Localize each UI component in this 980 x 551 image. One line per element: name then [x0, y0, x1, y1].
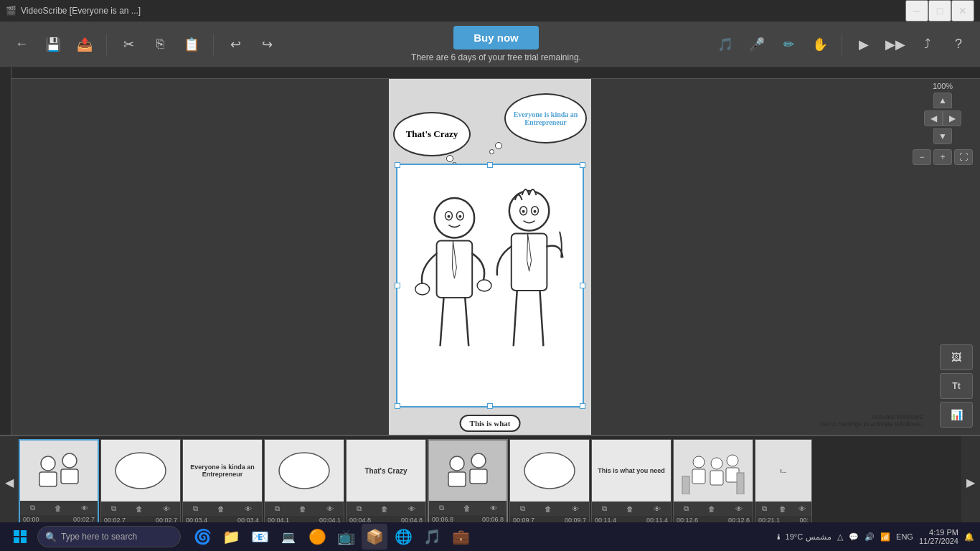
slide-delete-btn-8[interactable]: 🗑 [626, 505, 633, 513]
maximize-button[interactable]: □ [928, 0, 951, 22]
slide-eye-btn-10[interactable]: 👁 [798, 505, 806, 513]
slide-item-8[interactable]: This is what you need ⧉ 🗑 👁 00:11.400:11… [591, 439, 672, 525]
share-button[interactable]: ⤴ [914, 32, 940, 57]
minimize-button[interactable]: ─ [905, 0, 928, 22]
slide-item-9[interactable]: ⧉ 🗑 👁 00:12.600:12.6 [673, 439, 753, 525]
slide-duplicate-btn-8[interactable]: ⧉ [602, 504, 607, 513]
handle-bl[interactable] [395, 403, 400, 409]
export-button[interactable]: 📤 [72, 32, 98, 57]
slide-duplicate-btn-2[interactable]: ⧉ [111, 504, 116, 513]
start-button[interactable] [6, 524, 34, 550]
slide-duplicate-btn-4[interactable]: ⧉ [275, 504, 280, 513]
taskbar-app-10[interactable]: 💼 [448, 524, 473, 550]
scroll-left-button[interactable]: ◀ [924, 110, 943, 126]
copy-button[interactable]: ⎘ [147, 32, 173, 57]
slide-duplicate-btn-5[interactable]: ⧉ [357, 504, 362, 513]
slide-eye-btn-1[interactable]: 👁 [81, 504, 88, 512]
handle-mr[interactable] [580, 283, 585, 288]
slide-duplicate-btn-6[interactable]: ⧉ [439, 504, 444, 512]
redo-button[interactable]: ↪ [254, 32, 280, 57]
scroll-right-button[interactable]: ▶ [943, 110, 961, 126]
taskbar-app-1[interactable]: 🌀 [189, 524, 215, 550]
slide-delete-btn-3[interactable]: 🗑 [217, 505, 225, 513]
taskbar-app-4[interactable]: 💻 [275, 524, 301, 550]
pen-button[interactable]: ✏ [776, 32, 801, 57]
slide-item-4[interactable]: ⧉ 🗑 👁 00:04.100:04.1 [264, 439, 344, 525]
slide-item-3[interactable]: Everyone is kinda an Entrepreneur ⧉ 🗑 👁 … [182, 439, 263, 525]
taskbar-app-9[interactable]: 🎵 [419, 524, 445, 550]
main-illustration[interactable] [396, 164, 584, 408]
slide-eye-btn-7[interactable]: 👁 [572, 505, 579, 513]
timeline-next-button[interactable]: ▶ [961, 436, 980, 528]
taskbar-search[interactable]: 🔍 Type here to search [37, 526, 181, 547]
slide-duplicate-btn-1[interactable]: ⧉ [30, 504, 35, 512]
slide-eye-btn-8[interactable]: 👁 [654, 505, 661, 513]
help-button[interactable]: ? [946, 32, 971, 57]
slide-delete-btn-2[interactable]: 🗑 [136, 505, 143, 513]
slide-delete-btn-6[interactable]: 🗑 [463, 504, 471, 512]
slide-item-10[interactable]: I... ⧉ 🗑 👁 00:21.100: [755, 439, 812, 525]
slide-item-7[interactable]: ⧉ 🗑 👁 00:09.700:09.7 [509, 439, 590, 525]
slide-eye-btn-4[interactable]: 👁 [326, 505, 334, 513]
tray-icon-2[interactable]: △ [837, 532, 843, 542]
taskbar-app-7[interactable]: 📦 [362, 524, 387, 550]
tray-icon-3[interactable]: 💬 [849, 532, 859, 542]
taskbar-app-2[interactable]: 📁 [218, 524, 244, 550]
taskbar-app-8[interactable]: 🌐 [390, 524, 416, 550]
chart-panel-button[interactable]: 📊 [940, 402, 973, 428]
slide-duplicate-btn-9[interactable]: ⧉ [684, 504, 689, 513]
buy-button[interactable]: Buy now [453, 26, 539, 50]
text-panel-button[interactable]: Tt [940, 373, 973, 399]
slide-eye-btn-6[interactable]: 👁 [490, 504, 497, 512]
play-button[interactable]: ▶▶ [882, 32, 908, 57]
notification-icon[interactable]: 🔔 [964, 532, 974, 542]
play-once-button[interactable]: ▶ [851, 32, 877, 57]
handle-tr[interactable] [580, 162, 585, 168]
slide-delete-btn-4[interactable]: 🗑 [299, 505, 306, 513]
slide-item-2[interactable]: ⧉ 🗑 👁 00:02.700:02.7 [100, 439, 181, 525]
zoom-in-button[interactable]: + [933, 149, 952, 165]
timeline-prev-button[interactable]: ◀ [0, 436, 19, 528]
canvas-viewport[interactable]: That's Crazy Everyone is kinda an Entrep… [389, 77, 591, 435]
tray-icon-5[interactable]: 📶 [880, 532, 890, 542]
bubble-entrepreneur[interactable]: Everyone is kinda an Entrepreneur [504, 93, 587, 143]
undo-button[interactable]: ↩ [222, 32, 248, 57]
music-button[interactable]: 🎵 [712, 32, 738, 57]
zoom-fit-button[interactable]: ⛶ [954, 149, 973, 165]
back-button[interactable]: ← [9, 32, 34, 57]
handle-tl[interactable] [395, 162, 400, 168]
close-button[interactable]: ✕ [951, 0, 974, 22]
slide-duplicate-btn-7[interactable]: ⧉ [520, 504, 525, 513]
paste-button[interactable]: 📋 [179, 32, 204, 57]
slide-delete-btn-9[interactable]: 🗑 [708, 505, 715, 513]
scroll-down-button[interactable]: ▼ [933, 128, 952, 144]
hand-button[interactable]: ✋ [807, 32, 833, 57]
handle-tc[interactable] [487, 162, 493, 168]
main-canvas-area[interactable]: That's Crazy Everyone is kinda an Entrep… [0, 67, 980, 435]
slide-item-5[interactable]: That's Crazy ⧉ 🗑 👁 00:04.800:04.8 [346, 439, 426, 525]
slide-eye-btn-5[interactable]: 👁 [408, 505, 415, 513]
tray-icon-4[interactable]: 🔊 [864, 532, 875, 542]
bubble-thats-crazy[interactable]: That's Crazy [393, 112, 471, 156]
save-button[interactable]: 💾 [40, 32, 66, 57]
tray-icon-1[interactable]: 🌡 [775, 532, 783, 541]
slide-item-6[interactable]: ⧉ 🗑 👁 00:06.800:06.8 [428, 439, 508, 525]
slide-eye-btn-3[interactable]: 👁 [245, 505, 252, 513]
slide-delete-btn-7[interactable]: 🗑 [545, 505, 552, 513]
taskbar-app-6[interactable]: 📺 [333, 524, 359, 550]
handle-br[interactable] [580, 403, 585, 409]
slide-delete-btn-5[interactable]: 🗑 [381, 505, 388, 513]
slide-delete-btn-1[interactable]: 🗑 [55, 504, 62, 512]
slide-eye-btn-2[interactable]: 👁 [163, 505, 170, 513]
scroll-up-button[interactable]: ▲ [933, 93, 952, 108]
slide-delete-btn-10[interactable]: 🗑 [779, 505, 786, 513]
taskbar-app-5[interactable]: 🟠 [304, 524, 330, 550]
slide-eye-btn-9[interactable]: 👁 [735, 505, 743, 513]
taskbar-app-3[interactable]: 📧 [247, 524, 273, 550]
mic-button[interactable]: 🎤 [744, 32, 770, 57]
image-panel-button[interactable]: 🖼 [940, 344, 973, 370]
handle-ml[interactable] [395, 283, 400, 288]
slide-duplicate-btn-10[interactable]: ⧉ [762, 504, 767, 513]
slide-item-1[interactable]: ⧉ 🗑 👁 00:0000:02.7 [19, 439, 99, 525]
zoom-out-button[interactable]: − [913, 149, 931, 165]
